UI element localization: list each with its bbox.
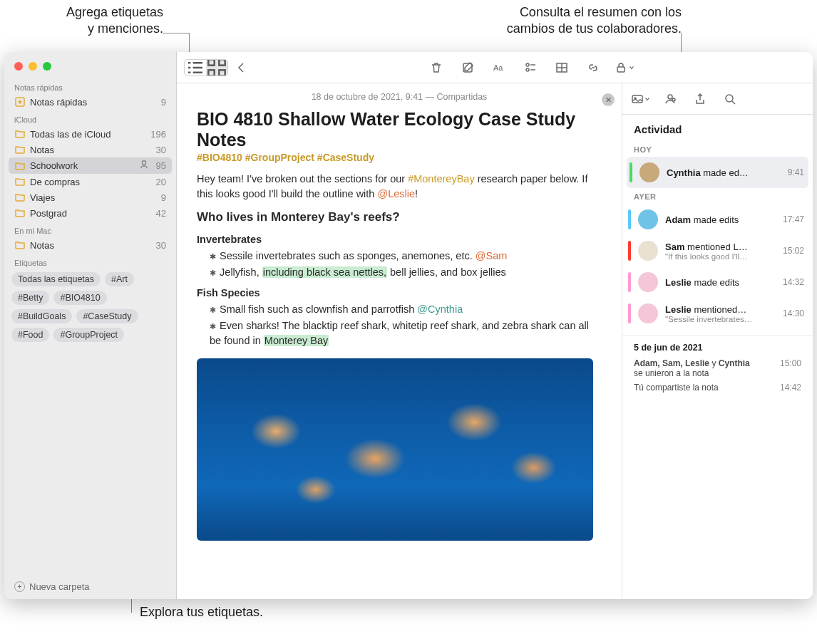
note-text: bell jellies, and box jellies (387, 266, 506, 278)
note-text: Jellyfish, (220, 266, 262, 278)
link-button[interactable] (582, 58, 604, 77)
svg-point-8 (526, 63, 529, 66)
note-text: Hey team! I've broken out the sections f… (197, 173, 408, 185)
grid-view-button[interactable] (206, 60, 227, 76)
toolbar: Aa (177, 52, 813, 83)
sidebar-item-label: Notas (30, 145, 152, 155)
svg-rect-3 (219, 59, 225, 65)
activity-item[interactable]: Sam mentioned L…"If this looks good I'll… (622, 235, 813, 266)
tag-pill[interactable]: #GroupProject (53, 328, 124, 342)
sidebar-item-schoolwork[interactable]: Schoolwork95 (9, 157, 172, 174)
minimize-button[interactable] (29, 62, 37, 71)
format-button[interactable]: Aa (488, 58, 510, 77)
folder-icon (14, 192, 26, 203)
new-folder-button[interactable]: + Nueva carpeta (4, 573, 176, 599)
activity-color-bar (628, 303, 631, 323)
back-button[interactable] (231, 58, 252, 77)
svg-rect-5 (219, 70, 225, 76)
activity-panel: Actividad HOY Cynthia made ed…9:41 AYER … (622, 83, 813, 599)
table-button[interactable] (551, 58, 572, 77)
maximize-button[interactable] (43, 62, 51, 71)
mention-sam[interactable]: @Sam (476, 250, 508, 261)
lock-button[interactable] (614, 58, 635, 77)
new-folder-label: Nueva carpeta (29, 581, 90, 592)
activity-toolbar (622, 83, 813, 115)
sidebar-item-todas-las-de-icloud[interactable]: Todas las de iCloud196 (4, 126, 176, 142)
avatar (638, 272, 658, 292)
hashtag-montereybay[interactable]: #MontereyBay (408, 173, 475, 185)
note-hashtags: #BIO4810 #GroupProject #CaseStudy (197, 152, 602, 163)
note-subheading-invertebrates: Invertebrates (197, 232, 602, 247)
sidebar-item-count: 9 (161, 97, 166, 108)
mention-leslie[interactable]: @Leslie (377, 188, 415, 199)
activity-item[interactable]: Adam made edits17:47 (622, 204, 813, 235)
tag-pill[interactable]: #Betty (11, 291, 49, 305)
sidebar-item-mac-notes[interactable]: Notas 30 (4, 237, 176, 253)
folder-icon (14, 239, 26, 251)
sidebar-section-mac: En mi Mac (4, 221, 176, 237)
sidebar-item-de-compras[interactable]: De compras20 (4, 174, 176, 189)
sidebar: Notas rápidas Notas rápidas 9 iCloud Tod… (4, 52, 177, 599)
folder-icon (14, 128, 26, 140)
activity-subtext: "If this looks good I'll… (665, 252, 776, 261)
svg-text:Aa: Aa (493, 63, 503, 72)
activity-text: Leslie mentioned… (665, 304, 776, 315)
view-mode-segment (184, 59, 228, 76)
tag-cloud: Todas las etiquetas#Art#Betty#BIO4810#Bu… (4, 269, 176, 345)
sidebar-item-postgrad[interactable]: Postgrad42 (4, 205, 176, 221)
callout-activity-summary: Consulta el resumen con los cambios de t… (354, 4, 682, 38)
close-button[interactable] (14, 62, 23, 71)
activity-item[interactable]: Leslie mentioned…"Sessile invertebrates…… (622, 298, 813, 329)
media-button[interactable] (630, 90, 651, 108)
activity-color-bar (628, 272, 631, 292)
quicknote-icon (14, 96, 26, 108)
svg-point-16 (726, 95, 733, 102)
tag-pill[interactable]: #CaseStudy (76, 309, 138, 323)
search-button[interactable] (719, 90, 741, 108)
collaborate-button[interactable] (659, 90, 681, 108)
tag-pill[interactable]: #Art (105, 272, 134, 286)
activity-time: 9:41 (788, 167, 804, 177)
list-view-button[interactable] (185, 60, 206, 76)
sidebar-item-label: Schoolwork (30, 160, 135, 171)
svg-point-14 (668, 95, 672, 99)
sidebar-item-label: De compras (30, 177, 152, 187)
sidebar-section-icloud: iCloud (4, 110, 176, 126)
activity-item[interactable]: Leslie made edits14:32 (622, 266, 813, 298)
share-button[interactable] (689, 90, 711, 108)
sidebar-section-tags: Etiquetas (4, 253, 176, 269)
activity-time: 14:32 (783, 277, 804, 287)
tag-pill[interactable]: #BIO4810 (53, 291, 106, 305)
activity-time: 14:42 (780, 383, 801, 393)
delete-button[interactable] (426, 58, 447, 77)
tag-pill[interactable]: #BuildGoals (11, 309, 72, 323)
activity-item[interactable]: Cynthia made ed…9:41 (627, 157, 808, 188)
sidebar-item-quicknotes[interactable]: Notas rápidas 9 (4, 94, 176, 110)
folder-icon (14, 144, 26, 155)
sidebar-item-count: 42 (156, 208, 166, 219)
sidebar-item-notas[interactable]: Notas30 (4, 142, 176, 157)
highlight-text: including black sea nettles, (262, 266, 387, 278)
folder-icon (14, 176, 26, 187)
note-attached-image[interactable] (197, 358, 593, 541)
note-meta: 18 de octubre de 2021, 9:41 — Compartida… (197, 92, 602, 102)
activity-section-today: HOY (622, 141, 813, 157)
avatar (638, 209, 658, 229)
callout-tags-mentions: Agrega etiquetas y menciones. (3, 4, 163, 38)
sidebar-item-label: Notas rápidas (30, 97, 157, 108)
activity-time: 15:00 (780, 358, 801, 378)
sidebar-item-label: Todas las de iCloud (30, 129, 146, 140)
sidebar-item-count: 20 (156, 177, 166, 187)
close-activity-button[interactable]: ✕ (602, 93, 615, 106)
new-note-button[interactable] (457, 58, 478, 77)
tag-pill[interactable]: Todas las etiquetas (11, 272, 101, 286)
sidebar-item-viajes[interactable]: Viajes9 (4, 189, 176, 205)
note-content-pane[interactable]: ✕ 18 de octubre de 2021, 9:41 — Comparti… (177, 83, 622, 599)
activity-color-bar (628, 241, 631, 261)
checklist-button[interactable] (520, 58, 541, 77)
svg-rect-12 (632, 95, 642, 103)
notes-app-window: Notas rápidas Notas rápidas 9 iCloud Tod… (4, 52, 813, 599)
activity-text: Leslie made edits (665, 277, 776, 288)
mention-cynthia[interactable]: @Cynthia (417, 303, 463, 315)
tag-pill[interactable]: #Food (11, 328, 49, 342)
